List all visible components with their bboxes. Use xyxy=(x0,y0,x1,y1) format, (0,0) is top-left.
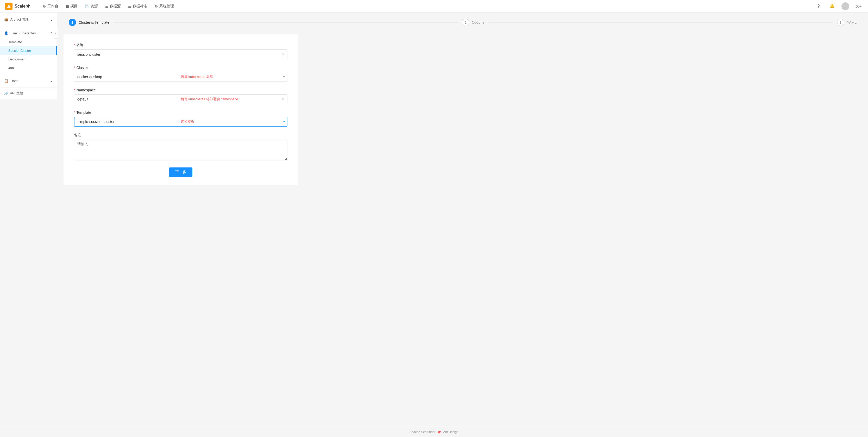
step-connector-2 xyxy=(489,22,833,23)
nav-data-standard[interactable]: ☰ 数据标准 xyxy=(125,0,151,12)
doris-icon: 📋 xyxy=(4,79,8,83)
step-1: 1 Cluster & Template xyxy=(69,19,110,26)
workbench-icon: ⚙ xyxy=(43,4,46,8)
namespace-input[interactable] xyxy=(74,94,287,104)
sidebar-section-artifact: 📦 Artifact 管理 ∨ xyxy=(0,12,57,27)
namespace-input-wrapper: 填写 kubernetes 待部署的 namespace ✕ xyxy=(74,94,287,104)
step-1-label: Cluster & Template xyxy=(79,20,110,25)
name-clear-icon[interactable]: ✕ xyxy=(282,52,285,57)
sidebar-group-doris[interactable]: 📋 Doris ∨ xyxy=(0,76,57,85)
step-3-circle: 3 xyxy=(837,19,844,26)
form-group-name: * 名称 ✕ xyxy=(74,43,287,59)
system-admin-icon: ⚙ xyxy=(155,4,158,8)
sidebar: 📦 Artifact 管理 ∨ 👤 Flink Kuberentes ∧ Tem… xyxy=(0,12,57,99)
app-logo[interactable]: Scaleph xyxy=(5,3,31,10)
top-navigation: Scaleph ⚙ 工作台 ▦ 项目 📄 资源 ☰ 数据源 ☰ 数据标准 ⚙ 系… xyxy=(0,0,868,12)
notification-icon-button[interactable]: 🔔 xyxy=(828,2,836,10)
name-input[interactable] xyxy=(74,50,287,59)
footer-apache-text: Apache Seatunnel xyxy=(409,430,435,434)
main-layout: 📦 Artifact 管理 ∨ 👤 Flink Kuberentes ∧ Tem… xyxy=(0,12,868,427)
question-icon: ? xyxy=(817,4,820,8)
flink-collapse-icon: ∧ xyxy=(50,31,53,35)
template-select-wrapper: simple-sessioin-cluster 选择模板 ▾ xyxy=(74,117,287,126)
next-button[interactable]: 下一步 xyxy=(169,168,192,177)
doris-collapse-icon: ∨ xyxy=(50,79,53,83)
user-avatar[interactable]: S xyxy=(841,2,849,10)
cluster-label: * Cluster xyxy=(74,66,287,70)
sidebar-item-deployment[interactable]: Deployment xyxy=(0,55,57,63)
namespace-label: * Namespace xyxy=(74,88,287,92)
namespace-clear-icon[interactable]: ✕ xyxy=(282,97,285,101)
name-label: * 名称 xyxy=(74,43,287,48)
step-1-circle: 1 xyxy=(69,19,76,26)
nav-project[interactable]: ▦ 项目 xyxy=(62,0,81,12)
step-3-label: YAML xyxy=(847,20,857,25)
form-card: * 名称 ✕ * Cluster docker desktop xyxy=(64,34,298,185)
sidebar-item-template[interactable]: Template xyxy=(0,38,57,46)
project-icon: ▦ xyxy=(66,4,69,8)
sidebar-collapse-button[interactable]: < xyxy=(54,28,58,38)
form-group-namespace: * Namespace 填写 kubernetes 待部署的 namespace… xyxy=(74,88,287,104)
template-select[interactable]: simple-sessioin-cluster xyxy=(74,117,287,126)
nav-system-admin[interactable]: ⚙ 系统管理 xyxy=(152,0,177,12)
sidebar-item-api-docs[interactable]: 🔗 API 文档 xyxy=(0,88,57,99)
footer-ant-design-text: Ant Design xyxy=(443,430,459,434)
template-label: * Template xyxy=(74,110,287,115)
api-docs-icon: 🔗 xyxy=(4,91,8,95)
footer-github-icon: 🐙 xyxy=(437,430,441,434)
sidebar-item-job[interactable]: Job xyxy=(0,63,57,72)
cluster-select-wrapper: docker desktop 选择 kubernetes 集群 ▾ xyxy=(74,72,287,82)
nav-datasource[interactable]: ☰ 数据源 xyxy=(102,0,124,12)
translate-icon: 文A xyxy=(856,4,862,8)
sidebar-group-flink[interactable]: 👤 Flink Kuberentes ∧ xyxy=(0,29,57,38)
nav-workbench[interactable]: ⚙ 工作台 xyxy=(39,0,61,12)
step-connector-1 xyxy=(114,22,458,23)
chevron-left-icon: < xyxy=(56,32,57,35)
nav-icons-group: ? 🔔 S 文A xyxy=(814,2,863,10)
wizard-steps: 1 Cluster & Template 2 Options 3 YAML xyxy=(64,19,862,26)
artifact-icon: 📦 xyxy=(4,18,8,22)
form-group-remark: 备注 xyxy=(74,133,287,161)
template-required-star: * xyxy=(74,110,75,115)
namespace-required-star: * xyxy=(74,88,75,92)
cluster-required-star: * xyxy=(74,66,75,70)
main-content: 1 Cluster & Template 2 Options 3 YAML xyxy=(57,12,868,427)
resources-icon: 📄 xyxy=(85,4,89,8)
help-icon-button[interactable]: ? xyxy=(814,2,823,10)
flink-icon: 👤 xyxy=(4,31,8,35)
name-required-star: * xyxy=(74,43,75,47)
sidebar-item-session-cluster[interactable]: SessionCluster xyxy=(0,46,57,55)
artifact-collapse-icon: ∨ xyxy=(50,18,53,22)
form-group-cluster: * Cluster docker desktop 选择 kubernetes 集… xyxy=(74,66,287,82)
remark-textarea[interactable] xyxy=(74,140,287,161)
nav-resources[interactable]: 📄 资源 xyxy=(82,0,101,12)
remark-label: 备注 xyxy=(74,133,287,138)
step-2-label: Options xyxy=(472,20,484,25)
sidebar-group-artifact[interactable]: 📦 Artifact 管理 ∨ xyxy=(0,14,57,25)
step-2-circle: 2 xyxy=(462,19,469,26)
logo-icon xyxy=(5,3,12,10)
sidebar-section-flink: 👤 Flink Kuberentes ∧ Template SessionClu… xyxy=(0,27,57,74)
footer: Apache Seatunnel 🐙 Ant Design xyxy=(0,427,868,437)
language-switch-button[interactable]: 文A xyxy=(855,2,863,10)
sidebar-section-doris: 📋 Doris ∨ xyxy=(0,74,57,88)
bell-icon: 🔔 xyxy=(830,4,835,8)
sidebar-container: 📦 Artifact 管理 ∨ 👤 Flink Kuberentes ∧ Tem… xyxy=(0,12,57,427)
app-name: Scaleph xyxy=(14,4,30,8)
nav-menu: ⚙ 工作台 ▦ 项目 📄 资源 ☰ 数据源 ☰ 数据标准 ⚙ 系统管理 xyxy=(39,0,806,12)
datasource-icon: ☰ xyxy=(105,4,108,8)
step-2: 2 Options xyxy=(462,19,484,26)
cluster-select[interactable]: docker desktop xyxy=(74,72,287,82)
step-3: 3 YAML xyxy=(837,19,857,26)
form-group-template: * Template simple-sessioin-cluster 选择模板 … xyxy=(74,110,287,126)
data-standard-icon: ☰ xyxy=(128,4,131,8)
name-input-wrapper: ✕ xyxy=(74,50,287,59)
